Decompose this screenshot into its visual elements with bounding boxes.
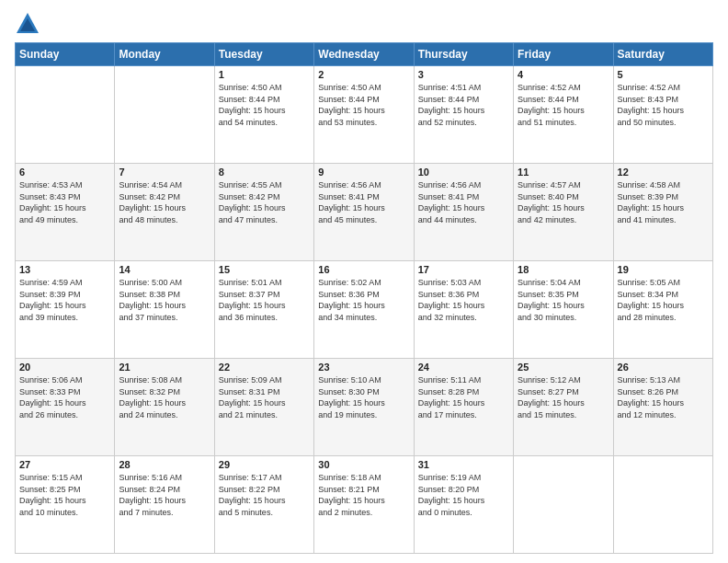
calendar-week-row: 1Sunrise: 4:50 AMSunset: 8:44 PMDaylight… [16, 66, 713, 164]
calendar-week-row: 6Sunrise: 4:53 AMSunset: 8:43 PMDaylight… [16, 164, 713, 261]
calendar-day-cell: 28Sunrise: 5:16 AMSunset: 8:24 PMDayligh… [115, 456, 214, 554]
day-number: 27 [19, 459, 110, 470]
calendar-day-cell: 12Sunrise: 4:58 AMSunset: 8:39 PMDayligh… [613, 164, 712, 261]
calendar-day-header: Friday [514, 43, 613, 66]
day-info: Sunrise: 5:13 AMSunset: 8:26 PMDaylight:… [618, 374, 709, 420]
calendar-day-cell: 5Sunrise: 4:52 AMSunset: 8:43 PMDaylight… [613, 66, 712, 164]
day-number: 29 [219, 459, 310, 470]
day-number: 12 [618, 167, 709, 178]
day-number: 20 [19, 362, 110, 373]
calendar-day-cell: 2Sunrise: 4:50 AMSunset: 8:44 PMDaylight… [314, 66, 414, 164]
day-info: Sunrise: 5:12 AMSunset: 8:27 PMDaylight:… [518, 374, 609, 420]
calendar-day-cell: 3Sunrise: 4:51 AMSunset: 8:44 PMDaylight… [414, 66, 513, 164]
calendar-week-row: 13Sunrise: 4:59 AMSunset: 8:39 PMDayligh… [16, 261, 713, 359]
day-number: 9 [318, 167, 409, 178]
day-info: Sunrise: 5:15 AMSunset: 8:25 PMDaylight:… [19, 472, 110, 518]
calendar-day-cell: 4Sunrise: 4:52 AMSunset: 8:44 PMDaylight… [514, 66, 613, 164]
calendar-day-cell: 31Sunrise: 5:19 AMSunset: 8:20 PMDayligh… [414, 456, 513, 554]
calendar-day-cell: 10Sunrise: 4:56 AMSunset: 8:41 PMDayligh… [414, 164, 513, 261]
day-number: 22 [219, 362, 310, 373]
calendar-day-cell [115, 66, 214, 164]
calendar-day-header: Thursday [414, 43, 513, 66]
calendar-day-cell: 1Sunrise: 4:50 AMSunset: 8:44 PMDaylight… [214, 66, 313, 164]
calendar-table: SundayMondayTuesdayWednesdayThursdayFrid… [15, 42, 713, 554]
day-number: 21 [119, 362, 210, 373]
day-number: 23 [318, 362, 409, 373]
day-info: Sunrise: 4:50 AMSunset: 8:44 PMDaylight:… [219, 82, 310, 128]
calendar-day-cell: 21Sunrise: 5:08 AMSunset: 8:32 PMDayligh… [115, 359, 214, 456]
logo [15, 11, 44, 37]
calendar-day-cell: 13Sunrise: 4:59 AMSunset: 8:39 PMDayligh… [16, 261, 115, 359]
calendar-day-cell: 16Sunrise: 5:02 AMSunset: 8:36 PMDayligh… [314, 261, 414, 359]
calendar-week-row: 20Sunrise: 5:06 AMSunset: 8:33 PMDayligh… [16, 359, 713, 456]
calendar-day-cell: 26Sunrise: 5:13 AMSunset: 8:26 PMDayligh… [613, 359, 712, 456]
day-number: 30 [318, 459, 409, 470]
day-number: 10 [418, 167, 509, 178]
calendar-day-cell: 20Sunrise: 5:06 AMSunset: 8:33 PMDayligh… [16, 359, 115, 456]
day-number: 8 [219, 167, 310, 178]
day-info: Sunrise: 5:01 AMSunset: 8:37 PMDaylight:… [219, 277, 310, 323]
day-info: Sunrise: 5:17 AMSunset: 8:22 PMDaylight:… [219, 472, 310, 518]
day-info: Sunrise: 5:19 AMSunset: 8:20 PMDaylight:… [418, 472, 509, 518]
calendar-day-cell [514, 456, 613, 554]
day-number: 6 [19, 167, 110, 178]
day-info: Sunrise: 5:04 AMSunset: 8:35 PMDaylight:… [518, 277, 609, 323]
calendar-header-row: SundayMondayTuesdayWednesdayThursdayFrid… [16, 43, 713, 66]
calendar-day-cell: 23Sunrise: 5:10 AMSunset: 8:30 PMDayligh… [314, 359, 414, 456]
day-info: Sunrise: 5:06 AMSunset: 8:33 PMDaylight:… [19, 374, 110, 420]
day-number: 13 [19, 264, 110, 275]
day-info: Sunrise: 4:54 AMSunset: 8:42 PMDaylight:… [119, 179, 210, 225]
day-info: Sunrise: 5:11 AMSunset: 8:28 PMDaylight:… [418, 374, 509, 420]
day-info: Sunrise: 4:57 AMSunset: 8:40 PMDaylight:… [518, 179, 609, 225]
day-number: 2 [318, 69, 409, 80]
day-number: 1 [219, 69, 310, 80]
calendar-day-cell: 11Sunrise: 4:57 AMSunset: 8:40 PMDayligh… [514, 164, 613, 261]
day-number: 11 [518, 167, 609, 178]
calendar-day-cell: 9Sunrise: 4:56 AMSunset: 8:41 PMDaylight… [314, 164, 414, 261]
day-info: Sunrise: 4:51 AMSunset: 8:44 PMDaylight:… [418, 82, 509, 128]
day-number: 19 [618, 264, 709, 275]
day-info: Sunrise: 5:08 AMSunset: 8:32 PMDaylight:… [119, 374, 210, 420]
day-info: Sunrise: 5:09 AMSunset: 8:31 PMDaylight:… [219, 374, 310, 420]
day-info: Sunrise: 4:56 AMSunset: 8:41 PMDaylight:… [318, 179, 409, 225]
calendar-day-header: Wednesday [314, 43, 414, 66]
day-info: Sunrise: 4:53 AMSunset: 8:43 PMDaylight:… [19, 179, 110, 225]
calendar-day-cell: 27Sunrise: 5:15 AMSunset: 8:25 PMDayligh… [16, 456, 115, 554]
day-info: Sunrise: 5:10 AMSunset: 8:30 PMDaylight:… [318, 374, 409, 420]
day-info: Sunrise: 4:55 AMSunset: 8:42 PMDaylight:… [219, 179, 310, 225]
day-info: Sunrise: 4:50 AMSunset: 8:44 PMDaylight:… [318, 82, 409, 128]
calendar-day-cell: 24Sunrise: 5:11 AMSunset: 8:28 PMDayligh… [414, 359, 513, 456]
calendar-day-cell: 25Sunrise: 5:12 AMSunset: 8:27 PMDayligh… [514, 359, 613, 456]
day-number: 24 [418, 362, 509, 373]
day-number: 15 [219, 264, 310, 275]
day-info: Sunrise: 5:03 AMSunset: 8:36 PMDaylight:… [418, 277, 509, 323]
day-number: 31 [418, 459, 509, 470]
calendar-week-row: 27Sunrise: 5:15 AMSunset: 8:25 PMDayligh… [16, 456, 713, 554]
day-info: Sunrise: 4:58 AMSunset: 8:39 PMDaylight:… [618, 179, 709, 225]
day-number: 7 [119, 167, 210, 178]
logo-icon [15, 11, 40, 37]
calendar-day-cell: 7Sunrise: 4:54 AMSunset: 8:42 PMDaylight… [115, 164, 214, 261]
header [15, 11, 713, 37]
day-info: Sunrise: 4:56 AMSunset: 8:41 PMDaylight:… [418, 179, 509, 225]
day-number: 5 [618, 69, 709, 80]
day-number: 17 [418, 264, 509, 275]
day-number: 14 [119, 264, 210, 275]
calendar-day-cell: 29Sunrise: 5:17 AMSunset: 8:22 PMDayligh… [214, 456, 313, 554]
calendar-day-cell [613, 456, 712, 554]
calendar-day-header: Monday [115, 43, 214, 66]
calendar-day-cell: 19Sunrise: 5:05 AMSunset: 8:34 PMDayligh… [613, 261, 712, 359]
day-info: Sunrise: 4:52 AMSunset: 8:43 PMDaylight:… [618, 82, 709, 128]
day-info: Sunrise: 5:05 AMSunset: 8:34 PMDaylight:… [618, 277, 709, 323]
calendar-day-cell: 8Sunrise: 4:55 AMSunset: 8:42 PMDaylight… [214, 164, 313, 261]
day-info: Sunrise: 5:02 AMSunset: 8:36 PMDaylight:… [318, 277, 409, 323]
calendar-day-cell: 14Sunrise: 5:00 AMSunset: 8:38 PMDayligh… [115, 261, 214, 359]
day-info: Sunrise: 4:52 AMSunset: 8:44 PMDaylight:… [518, 82, 609, 128]
page: SundayMondayTuesdayWednesdayThursdayFrid… [0, 0, 728, 563]
day-number: 28 [119, 459, 210, 470]
calendar-day-cell: 18Sunrise: 5:04 AMSunset: 8:35 PMDayligh… [514, 261, 613, 359]
calendar-day-header: Saturday [613, 43, 712, 66]
day-info: Sunrise: 4:59 AMSunset: 8:39 PMDaylight:… [19, 277, 110, 323]
day-number: 18 [518, 264, 609, 275]
calendar-day-cell: 6Sunrise: 4:53 AMSunset: 8:43 PMDaylight… [16, 164, 115, 261]
